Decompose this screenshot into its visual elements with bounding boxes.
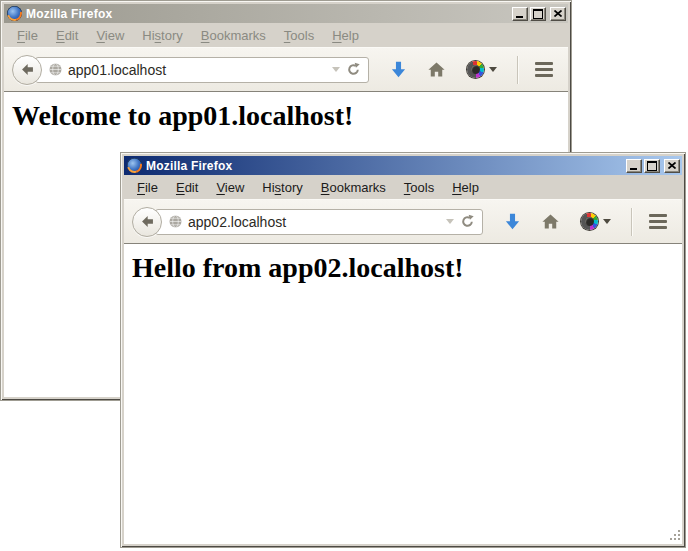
addon-caret-down-icon	[489, 67, 497, 72]
urlbar-dropdown-icon[interactable]	[332, 67, 340, 72]
menubar: File Edit View History Bookmarks Tools H…	[124, 176, 682, 199]
minimize-icon	[516, 16, 523, 18]
download-button[interactable]	[391, 61, 406, 78]
maximize-icon	[533, 9, 543, 19]
hamburger-icon	[535, 62, 553, 65]
download-icon	[505, 213, 520, 230]
window-title: Mozilla Firefox	[26, 7, 508, 21]
menu-edit[interactable]: Edit	[167, 177, 207, 198]
addon-button[interactable]	[581, 213, 611, 230]
reload-button[interactable]	[346, 62, 361, 77]
firefox-icon	[127, 158, 142, 173]
close-button[interactable]	[664, 159, 680, 173]
maximize-button[interactable]	[644, 159, 660, 173]
toolbar-separator	[517, 56, 518, 84]
addon-button[interactable]	[467, 61, 497, 78]
titlebar[interactable]: Mozilla Firefox	[4, 4, 568, 23]
close-icon	[668, 162, 676, 169]
menu-help[interactable]: Help	[443, 177, 488, 198]
reload-icon	[346, 62, 361, 77]
home-button[interactable]	[428, 62, 445, 77]
home-icon	[542, 214, 559, 229]
download-button[interactable]	[505, 213, 520, 230]
toolbar-separator	[631, 208, 632, 236]
titlebar[interactable]: Mozilla Firefox	[124, 156, 682, 175]
back-button[interactable]	[132, 207, 162, 237]
menu-file[interactable]: File	[128, 177, 167, 198]
addon-caret-down-icon	[603, 219, 611, 224]
menu-view[interactable]: View	[87, 25, 133, 46]
menu-view[interactable]: View	[207, 177, 253, 198]
menu-history[interactable]: History	[133, 25, 191, 46]
nav-toolbar	[4, 47, 568, 92]
browser-window-app02[interactable]: Mozilla Firefox File Edit View History B…	[120, 152, 686, 548]
close-button[interactable]	[550, 7, 566, 21]
window-controls	[626, 159, 680, 173]
hamburger-icon	[649, 214, 667, 217]
menu-bookmarks[interactable]: Bookmarks	[312, 177, 395, 198]
menu-tools[interactable]: Tools	[275, 25, 323, 46]
reload-icon	[460, 214, 475, 229]
minimize-icon	[630, 168, 637, 170]
nav-toolbar	[124, 199, 682, 244]
menu-edit[interactable]: Edit	[47, 25, 87, 46]
maximize-button[interactable]	[530, 7, 546, 21]
back-arrow-icon	[140, 214, 155, 229]
window-controls	[512, 7, 566, 21]
home-icon	[428, 62, 445, 77]
maximize-icon	[647, 161, 657, 171]
minimize-button[interactable]	[626, 159, 642, 173]
page-content: Hello from app02.localhost!	[124, 244, 682, 544]
resize-grip[interactable]	[668, 530, 680, 542]
url-input[interactable]	[68, 62, 326, 78]
menu-history[interactable]: History	[253, 177, 311, 198]
back-arrow-icon	[20, 62, 35, 77]
menu-file[interactable]: File	[8, 25, 47, 46]
menu-bookmarks[interactable]: Bookmarks	[192, 25, 275, 46]
app-menu-button[interactable]	[530, 56, 558, 84]
menu-tools[interactable]: Tools	[395, 177, 443, 198]
color-wheel-addon-icon	[581, 213, 598, 230]
page-heading: Hello from app02.localhost!	[132, 252, 682, 284]
firefox-icon	[7, 6, 22, 21]
close-icon	[554, 10, 562, 17]
globe-icon	[169, 215, 182, 228]
url-input[interactable]	[188, 214, 440, 230]
download-icon	[391, 61, 406, 78]
window-title: Mozilla Firefox	[146, 159, 622, 173]
urlbar-dropdown-icon[interactable]	[446, 219, 454, 224]
menubar: File Edit View History Bookmarks Tools H…	[4, 24, 568, 47]
urlbar[interactable]	[155, 209, 483, 235]
menu-help[interactable]: Help	[323, 25, 368, 46]
back-button[interactable]	[12, 55, 42, 85]
app-menu-button[interactable]	[644, 208, 672, 236]
home-button[interactable]	[542, 214, 559, 229]
page-heading: Welcome to app01.localhost!	[12, 100, 568, 132]
color-wheel-addon-icon	[467, 61, 484, 78]
minimize-button[interactable]	[512, 7, 528, 21]
reload-button[interactable]	[460, 214, 475, 229]
globe-icon	[49, 63, 62, 76]
urlbar[interactable]	[35, 57, 369, 83]
